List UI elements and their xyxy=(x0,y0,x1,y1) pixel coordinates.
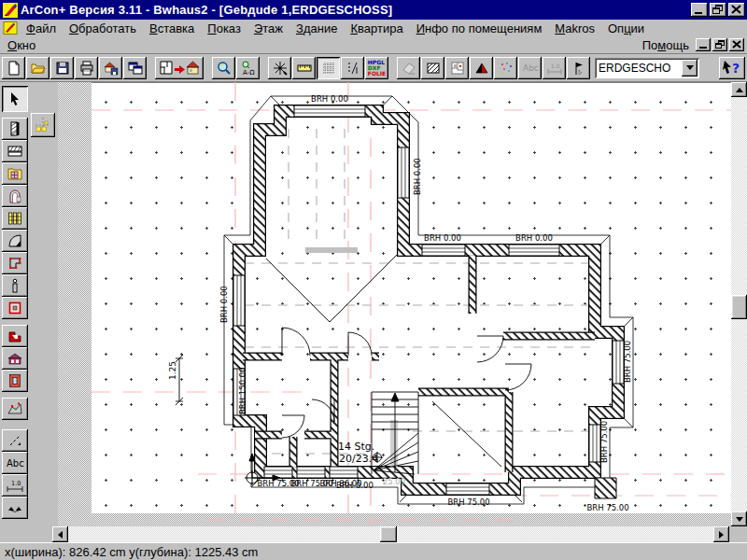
floor-plan: BRH 0.00 BRH 0.00 BRH 0.00 BRH 0.00 BRH … xyxy=(58,82,731,526)
arrange-windows-button[interactable] xyxy=(123,57,147,79)
menu-makros[interactable]: Makros xyxy=(548,21,601,36)
room-polygon-icon xyxy=(7,256,22,271)
eraser-button[interactable] xyxy=(397,57,420,79)
staircase[interactable] xyxy=(372,392,418,474)
dormer-tool-button[interactable] xyxy=(2,347,28,370)
scroll-down-icon[interactable] xyxy=(731,511,747,526)
dimension-button[interactable]: 1.0 xyxy=(543,57,566,79)
svg-text:BRH 75.00: BRH 75.00 xyxy=(447,497,489,507)
close-icon[interactable] xyxy=(728,3,745,17)
terrain-icon xyxy=(7,401,22,416)
new-button[interactable] xyxy=(2,57,25,79)
grid-icon xyxy=(321,61,336,76)
vertical-scroll-thumb[interactable] xyxy=(731,295,747,319)
svg-text:Abc: Abc xyxy=(523,63,539,73)
svg-text:BRH 0.00: BRH 0.00 xyxy=(311,94,348,104)
drawing-canvas[interactable]: BRH 0.00 BRH 0.00 BRH 0.00 BRH 0.00 BRH … xyxy=(58,82,731,526)
save-button[interactable] xyxy=(50,57,74,79)
zoom-values-button[interactable]: A-Ω xyxy=(236,57,260,79)
mdi-close-icon[interactable] xyxy=(729,38,744,51)
windows[interactable] xyxy=(233,105,624,495)
hatching-button[interactable] xyxy=(421,57,444,79)
roof-tool-button[interactable] xyxy=(2,325,28,347)
svg-text:BRH 75.00: BRH 75.00 xyxy=(623,341,632,383)
door-tool-button[interactable] xyxy=(2,185,28,207)
restore-icon[interactable] xyxy=(710,3,726,17)
scroll-right-icon[interactable] xyxy=(713,526,729,542)
scroll-left-icon[interactable] xyxy=(52,526,68,542)
left-toolbar: Abc 1.0 xyxy=(0,82,58,526)
plan-preview-button[interactable] xyxy=(445,57,469,79)
menu-view[interactable]: Показ xyxy=(201,21,247,36)
menu-window[interactable]: Окно xyxy=(1,37,42,53)
vertical-scrollbar[interactable] xyxy=(731,82,747,526)
grid-button[interactable] xyxy=(317,57,340,79)
mdi-restore-icon[interactable] xyxy=(712,38,727,51)
minimize-icon[interactable] xyxy=(691,3,708,17)
roof-tool-icon xyxy=(7,329,22,343)
menu-options[interactable]: Опции xyxy=(601,21,651,36)
mdi-minimize-icon[interactable] xyxy=(696,38,711,51)
window-catalog-tool-button[interactable] xyxy=(2,162,28,185)
menu-apartment[interactable]: Квартира xyxy=(344,21,409,36)
save-view-button[interactable] xyxy=(99,57,122,79)
symbols-tool-button[interactable] xyxy=(2,497,28,519)
svg-text:A-Ω: A-Ω xyxy=(243,68,255,76)
svg-text:BRH 0.00: BRH 0.00 xyxy=(515,233,553,243)
ruler-button[interactable] xyxy=(292,57,316,79)
svg-text:1.25: 1.25 xyxy=(168,361,177,380)
text-tool-button[interactable]: Abc xyxy=(2,452,28,474)
menu-file[interactable]: Файл xyxy=(20,21,63,36)
text-button[interactable]: Abc xyxy=(518,57,542,79)
wall-type-tool-button[interactable] xyxy=(2,140,28,162)
guides-tool-button[interactable] xyxy=(31,113,55,137)
roof-button[interactable] xyxy=(470,57,493,79)
outer-walls[interactable] xyxy=(239,111,618,489)
guide-lines[interactable] xyxy=(92,82,731,526)
doors[interactable] xyxy=(282,328,531,438)
vertical-scroll-track[interactable] xyxy=(731,97,747,511)
measure-values-icon: A-Ω xyxy=(241,61,256,76)
roof-window-tool-button[interactable] xyxy=(2,370,28,392)
menu-insert[interactable]: Вставка xyxy=(143,21,201,36)
installation-tool-button[interactable] xyxy=(2,297,28,319)
horizontal-scrollbar[interactable] xyxy=(52,526,729,542)
terrain-tool-button[interactable] xyxy=(2,398,28,420)
horizontal-scroll-thumb[interactable] xyxy=(380,526,397,542)
menu-room-info[interactable]: Инфо по помещениям xyxy=(410,21,549,36)
line-tool-button[interactable] xyxy=(2,429,28,452)
menu-help[interactable]: Помощь xyxy=(636,37,696,53)
construction-lines-button[interactable] xyxy=(341,57,364,79)
flag-button[interactable] xyxy=(567,57,590,79)
dimension-tool-button[interactable]: 1.0 xyxy=(2,474,28,497)
svg-text:BRH 0.00: BRH 0.00 xyxy=(424,233,461,243)
svg-text:BRH 0.00: BRH 0.00 xyxy=(336,481,374,490)
plan-to-3d-button[interactable] xyxy=(155,57,204,79)
hpgl-dxf-folie-button[interactable]: HPGLDXFFOLIE xyxy=(365,57,388,79)
menu-edit[interactable]: Обработать xyxy=(63,21,143,36)
scatter-points-button[interactable] xyxy=(494,57,517,79)
eraser-icon xyxy=(402,61,416,76)
zoom-button[interactable] xyxy=(212,57,235,79)
horizontal-scroll-track[interactable] xyxy=(68,526,713,542)
support-tool-button[interactable] xyxy=(2,274,28,297)
scroll-up-icon[interactable] xyxy=(731,82,747,97)
rounding-tool-button[interactable] xyxy=(2,230,28,252)
print-button[interactable] xyxy=(75,57,98,79)
mdi-document-icon[interactable] xyxy=(3,21,18,35)
wall-tool-button[interactable] xyxy=(2,118,28,140)
menu-floor[interactable]: Этаж xyxy=(247,21,289,36)
stairs-tool-button[interactable] xyxy=(2,207,28,230)
line-2d-icon xyxy=(7,433,22,448)
construction-lines-icon xyxy=(345,61,360,76)
open-button[interactable] xyxy=(26,57,49,79)
context-help-button[interactable]: ? xyxy=(719,57,745,79)
room-tool-button[interactable] xyxy=(2,252,28,274)
select-tool-button[interactable] xyxy=(2,86,28,112)
flag-icon xyxy=(571,61,586,76)
floor-combobox[interactable]: ERDGESCHO xyxy=(595,58,699,78)
combobox-dropdown-icon[interactable] xyxy=(682,60,698,77)
guides-icon xyxy=(35,117,51,133)
north-star-button[interactable] xyxy=(268,57,291,79)
menu-building[interactable]: Здание xyxy=(289,21,344,36)
